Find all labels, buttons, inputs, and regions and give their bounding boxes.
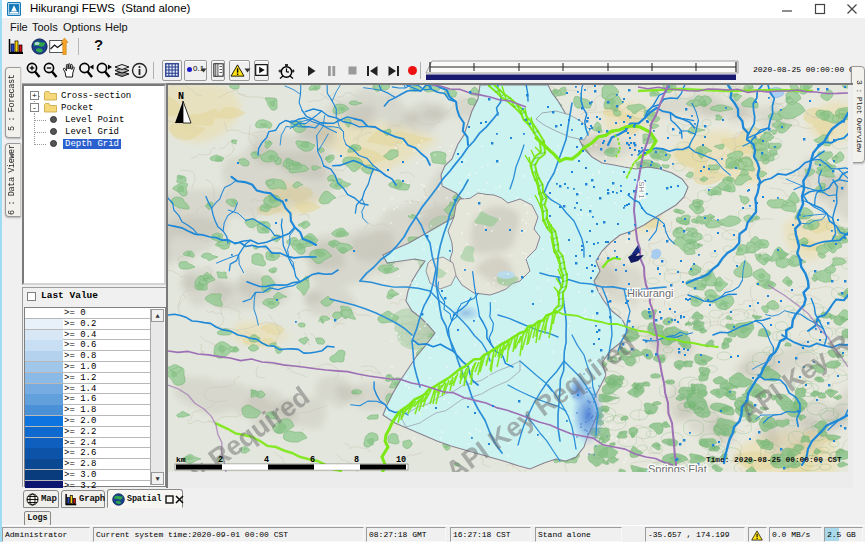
- svg-text:6: 6: [310, 455, 315, 465]
- svg-text:Hikurangi: Hikurangi: [627, 287, 673, 299]
- svg-text:km: km: [176, 455, 186, 464]
- svg-text:8: 8: [354, 455, 359, 465]
- svg-text:Time: 2020-08-25 00:00:00 CST: Time: 2020-08-25 00:00:00 CST: [706, 456, 842, 464]
- svg-text:2: 2: [218, 455, 223, 465]
- svg-text:N: N: [178, 91, 184, 102]
- svg-text:SH 1: SH 1: [637, 181, 646, 199]
- svg-text:Springs Flat: Springs Flat: [648, 463, 707, 472]
- svg-text:4: 4: [264, 455, 269, 465]
- svg-text:10: 10: [396, 455, 406, 465]
